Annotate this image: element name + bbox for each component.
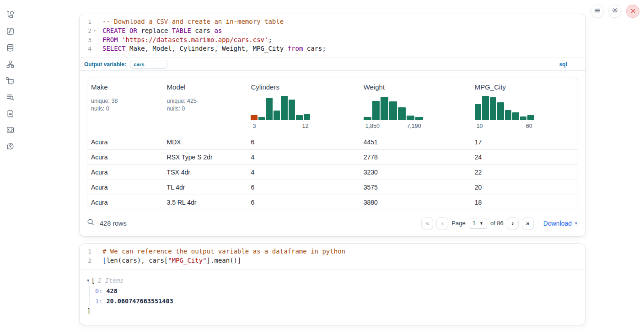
output-variable-row: Output variable: sql: [80, 58, 585, 70]
divider: [80, 70, 585, 71]
table-cell: 20: [471, 184, 578, 191]
column-header-make[interactable]: Make unique: 38 nulls: 0: [87, 78, 163, 134]
histogram-bar: [398, 107, 406, 120]
output-variable-input[interactable]: [130, 60, 167, 69]
table-cell: RSX Type S 2dr: [163, 153, 247, 161]
python-code-editor[interactable]: 1# We can reference the output variable …: [80, 244, 585, 270]
table-cell: 24: [471, 153, 578, 161]
histogram-bar: [266, 98, 273, 120]
fold-gutter: [91, 44, 98, 53]
histogram-bar: [497, 102, 504, 120]
page-select[interactable]: 1▼: [469, 218, 487, 229]
histogram-bar: [490, 97, 497, 120]
outputs-console-icon[interactable]: [0, 122, 20, 138]
first-page-button[interactable]: «: [421, 217, 433, 229]
histogram-bar: [381, 97, 388, 121]
output-items: 0: 4281: 20.060747663551403: [89, 286, 578, 307]
cylinders-histogram: 3 12: [251, 95, 310, 130]
table-cell: 4: [247, 153, 360, 161]
python-cell: 1# We can reference the output variable …: [79, 243, 586, 325]
collapse-chevron-icon[interactable]: ▼: [87, 278, 89, 283]
output-list-item: 0: 428: [95, 286, 578, 296]
sql-code-editor[interactable]: 1-- Download a CSV and create an in-memo…: [80, 14, 585, 58]
histogram-bar: [372, 101, 380, 120]
column-header-mpg-city[interactable]: MPG_City 10 60: [471, 78, 578, 134]
last-page-button[interactable]: »: [522, 217, 534, 229]
items-count-label: 2 Items: [98, 277, 124, 284]
sidebar: [0, 0, 20, 333]
table-cell: 2778: [360, 153, 471, 161]
chevron-down-icon: ▼: [574, 221, 578, 226]
notebook-controls: [590, 5, 639, 18]
row-count: 428 rows: [100, 220, 127, 227]
output-variable-label: Output variable:: [84, 61, 126, 68]
table-cell: Acura: [87, 199, 163, 206]
table-row[interactable]: AcuraMDX6445117: [87, 134, 578, 149]
fold-gutter: [91, 17, 98, 26]
file-tree-icon[interactable]: [0, 6, 20, 23]
table-row[interactable]: AcuraTL 4dr6357520: [87, 180, 578, 195]
result-table: Make unique: 38 nulls: 0 Model unique: 4…: [87, 78, 578, 210]
page-label: Page: [451, 220, 465, 227]
table-cell: TL 4dr: [163, 184, 247, 191]
sql-cell: 1-- Download a CSV and create an in-memo…: [79, 14, 586, 237]
table-row[interactable]: AcuraTSX 4dr4323022: [87, 164, 578, 180]
shutdown-button[interactable]: [626, 5, 639, 18]
weight-histogram: 1,850 7,190: [364, 95, 423, 130]
open-bracket: [: [91, 277, 95, 284]
table-cell: 6: [247, 138, 360, 146]
output-list-item: 1: 20.060747663551403: [95, 296, 578, 307]
nulls-stat: nulls: 0: [91, 105, 160, 113]
prev-page-button[interactable]: ‹: [436, 217, 448, 229]
histogram-bar: [407, 116, 414, 120]
database-icon[interactable]: [0, 39, 20, 56]
histogram-bar: [296, 115, 303, 120]
language-badge[interactable]: sql: [559, 61, 567, 68]
table-cell: Acura: [87, 153, 163, 161]
next-page-button[interactable]: ›: [507, 217, 519, 229]
column-header-cylinders[interactable]: Cylinders 3 12: [247, 78, 360, 134]
fold-gutter: [91, 36, 98, 45]
hist-max-label: 12: [302, 123, 309, 129]
help-chat-icon[interactable]: [0, 138, 20, 154]
chevron-down-icon: ▼: [479, 221, 483, 226]
line-number: 4: [80, 44, 91, 53]
line-number: 1: [80, 247, 91, 256]
histogram-bar: [364, 117, 371, 120]
hist-max-label: 60: [526, 123, 532, 129]
histogram-bar: [251, 115, 258, 120]
histogram-bar: [274, 111, 280, 120]
table-cell: 3575: [360, 184, 471, 191]
gear-icon: [612, 7, 618, 16]
table-cell: Acura: [87, 169, 163, 176]
line-number: 2: [80, 256, 91, 265]
table-cell: TSX 4dr: [163, 169, 247, 176]
column-header-weight[interactable]: Weight 1,850 7,190: [360, 78, 471, 134]
table-row[interactable]: Acura3.5 RL 4dr6388018: [87, 195, 578, 210]
hist-min-label: 1,850: [365, 123, 380, 129]
notebook-area: 1-- Download a CSV and create an in-memo…: [79, 14, 586, 325]
histogram-bar: [281, 96, 288, 120]
scratchpad-scroll-icon[interactable]: [0, 72, 20, 89]
unique-stat: unique: 425: [167, 97, 244, 105]
settings-button[interactable]: [608, 5, 622, 18]
column-header-model[interactable]: Model unique: 425 nulls: 0: [163, 78, 247, 134]
fold-chevron-icon[interactable]: ▾: [91, 26, 98, 36]
close-icon: [630, 7, 636, 16]
menu-button[interactable]: [590, 5, 604, 18]
pagination: « ‹ Page 1▼ of 86 › » Download▼: [421, 217, 578, 229]
nulls-stat: nulls: 0: [167, 105, 244, 113]
download-button[interactable]: Download▼: [543, 220, 578, 227]
documentation-icon[interactable]: [0, 105, 20, 122]
table-cell: 4451: [360, 138, 471, 146]
histogram-bar: [389, 101, 397, 120]
logs-search-icon[interactable]: [0, 89, 20, 105]
line-number: 2: [80, 26, 91, 36]
function-icon[interactable]: [0, 23, 20, 39]
dependency-graph-icon[interactable]: [0, 56, 20, 72]
table-row[interactable]: AcuraRSX Type S 2dr4277824: [87, 149, 578, 164]
search-icon[interactable]: [87, 218, 95, 228]
table-cell: 3.5 RL 4dr: [163, 199, 247, 206]
table-cell: Acura: [87, 138, 163, 146]
histogram-bar: [482, 96, 489, 120]
